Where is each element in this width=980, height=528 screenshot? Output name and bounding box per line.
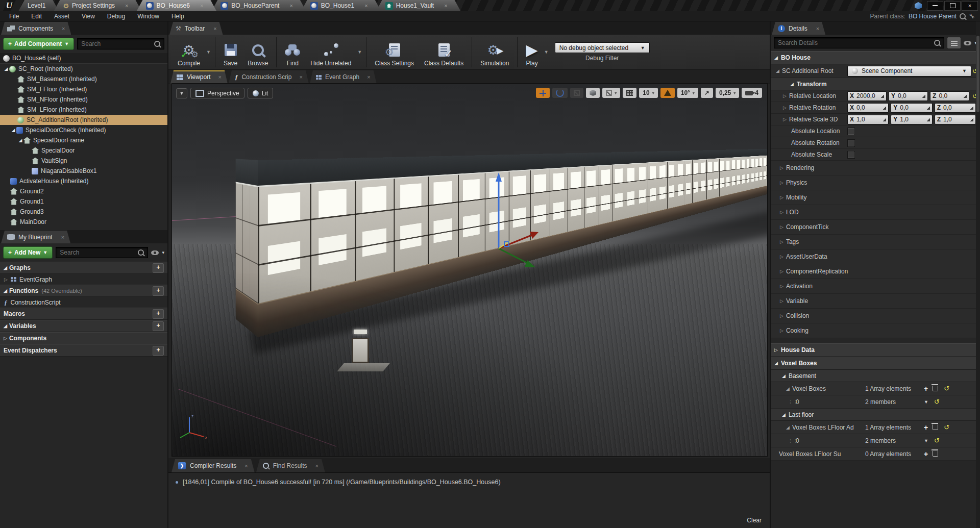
category-mobility[interactable]: ▷Mobility (771, 190, 980, 205)
reset-to-default-icon[interactable]: ↺ (934, 437, 940, 444)
category-assetuserdata[interactable]: ▷AssetUserData (771, 249, 980, 264)
absolute-location-checkbox[interactable] (847, 128, 855, 135)
scale-y-field[interactable]: Y1,0 (891, 115, 932, 124)
close-tab-icon[interactable]: × (125, 3, 128, 9)
section-event-dispatchers[interactable]: Event Dispatchers + (0, 344, 167, 357)
group-basement[interactable]: ◢ Basement (771, 370, 980, 382)
chevron-down-icon[interactable]: ▾ (162, 250, 164, 255)
close-icon[interactable]: × (299, 74, 302, 80)
tree-row-specialdoorframe[interactable]: ◢ SpecialDoorFrame (0, 135, 167, 145)
browse-button[interactable]: Browse (242, 35, 273, 69)
scale-snap-value[interactable]: 0,25▾ (716, 88, 739, 98)
category-cooking[interactable]: ▷Cooking (771, 323, 980, 338)
doc-tab-level1[interactable]: Level1 (18, 0, 59, 11)
expander-icon[interactable]: ◢ (10, 128, 16, 133)
close-tab-icon[interactable]: × (289, 3, 292, 9)
tab-compiler-results[interactable]: ❯ Compiler Results × (172, 459, 255, 472)
expander-icon[interactable]: ▷ (783, 105, 787, 110)
absolute-rotation-checkbox[interactable] (847, 139, 855, 147)
tree-row-maindoor[interactable]: MainDoor (0, 217, 167, 227)
tab-construction-script[interactable]: ƒ Construction Scrip × (229, 70, 309, 84)
tree-row-vaultsign[interactable]: VaultSign (0, 156, 167, 166)
tree-row-niagaradisablebox1[interactable]: NiagaraDisableBox1 (0, 166, 167, 176)
expander-icon[interactable]: ◢ (4, 288, 7, 293)
expander-icon[interactable]: ◢ (782, 412, 786, 417)
move-tool-button[interactable] (536, 88, 550, 98)
spin-handle-icon[interactable] (970, 118, 973, 121)
expander-icon[interactable]: ◢ (782, 373, 786, 379)
menu-window[interactable]: Window (131, 12, 165, 21)
expander-icon[interactable]: ◢ (776, 68, 779, 73)
grid-snap-value[interactable]: 10▾ (639, 88, 657, 98)
close-icon[interactable]: × (61, 234, 64, 240)
menu-help[interactable]: Help (165, 12, 190, 21)
location-x-field[interactable]: X2000,0 (847, 91, 887, 101)
category-rendering[interactable]: ▷Rendering (771, 161, 980, 175)
scale-tool-button[interactable] (570, 88, 583, 98)
close-tab-icon[interactable]: × (200, 3, 203, 9)
doc-tab-bo-house1[interactable]: BO_House1 × (301, 0, 381, 11)
rotate-tool-button[interactable] (552, 88, 568, 98)
section-variables[interactable]: ◢ Variables + (0, 320, 167, 332)
category-lod[interactable]: ▷LOD (771, 205, 980, 220)
category-collision[interactable]: ▷Collision (771, 309, 980, 323)
close-icon[interactable]: × (315, 463, 318, 469)
doc-tab-bo-houseparent[interactable]: BO_HouseParent × (211, 0, 306, 11)
tab-toolbar[interactable]: ⚒︎ Toolbar × (169, 22, 223, 35)
search-icon[interactable] (960, 13, 966, 19)
components-search-input[interactable]: Search (77, 38, 164, 49)
expander-icon[interactable]: ◢ (774, 361, 778, 366)
menu-edit[interactable]: Edit (25, 12, 48, 21)
transform-gizmo[interactable] (455, 164, 557, 276)
clear-button[interactable]: Clear (747, 517, 762, 524)
subcategory-transform[interactable]: ◢ Transform (771, 78, 980, 90)
rotation-snap-button[interactable] (660, 88, 675, 98)
my-blueprint-search-input[interactable]: Search (56, 247, 148, 258)
tab-event-graph[interactable]: Event Graph × (310, 70, 377, 84)
tab-details[interactable]: i Details × (772, 22, 825, 35)
parent-class-link[interactable]: BO House Parent (909, 13, 957, 20)
viewport-3d-scene[interactable]: z x ▼ Perspective Lit ▾ (172, 83, 768, 457)
section-components-list[interactable]: ▷ Components (0, 332, 167, 344)
tree-row-ground3[interactable]: Ground3 (0, 207, 167, 217)
group-last-floor[interactable]: ◢ Last floor (771, 409, 980, 421)
reset-to-default-icon[interactable]: ↺ (944, 385, 949, 392)
section-macros[interactable]: Macros + (0, 308, 167, 320)
tree-row-sc-additionalroot-selected[interactable]: SC_AdditionalRoot (Inherited) (0, 115, 167, 125)
doc-tab-project-settings[interactable]: ⚙ Project Settings × (54, 0, 141, 11)
minimize-button[interactable] (927, 1, 943, 11)
tree-row-specialdoor[interactable]: SpecialDoor (0, 145, 167, 156)
category-componentreplication[interactable]: ▷ComponentReplication (771, 264, 980, 279)
compiler-log-row[interactable]: [1846,01] Compile of BO_House6 successfu… (168, 473, 770, 486)
tree-row-sm-lfloor[interactable]: SM_LFloor (Inherited) (0, 105, 167, 115)
expander-icon[interactable]: ▷ (783, 117, 787, 122)
drag-handle-icon[interactable]: ⋮⋮ (788, 438, 793, 443)
spin-handle-icon[interactable] (880, 94, 884, 98)
add-element-icon[interactable]: + (924, 385, 928, 393)
menu-file[interactable]: File (3, 12, 25, 21)
close-icon[interactable]: × (213, 26, 216, 32)
expander-icon[interactable]: ◢ (774, 55, 778, 60)
maximize-button[interactable] (944, 1, 961, 11)
tree-row-self[interactable]: BO_House6 (self) (0, 53, 167, 63)
trash-icon[interactable] (933, 424, 938, 430)
display-filter-icon[interactable] (964, 41, 971, 45)
expander-icon[interactable]: ◢ (17, 138, 23, 143)
tree-row-sc-root[interactable]: ◢ SC_Root (Inherited) (0, 63, 167, 74)
menu-debug[interactable]: Debug (101, 12, 131, 21)
rotation-x-field[interactable]: X0,0 (847, 103, 889, 113)
tab-viewport[interactable]: Viewport × (170, 70, 228, 84)
expander-icon[interactable]: ▷ (4, 336, 7, 341)
grid-snap-button[interactable] (623, 88, 636, 98)
add-variable-button[interactable]: + (153, 321, 164, 331)
category-variable[interactable]: ▷Variable (771, 294, 980, 309)
tab-my-blueprint[interactable]: My Blueprint × (1, 231, 70, 243)
doc-tab-house1-vault[interactable]: House1_Vault × (376, 0, 461, 11)
category-voxel-boxes[interactable]: ◢ Voxel Boxes (771, 357, 980, 370)
spin-handle-icon[interactable] (926, 118, 930, 121)
add-function-button[interactable]: + (153, 286, 164, 296)
close-icon[interactable]: × (218, 74, 221, 80)
add-element-icon[interactable]: + (924, 423, 928, 432)
add-new-button[interactable]: + Add New ▼ (3, 246, 53, 259)
category-activation[interactable]: ▷Activation (771, 279, 980, 294)
